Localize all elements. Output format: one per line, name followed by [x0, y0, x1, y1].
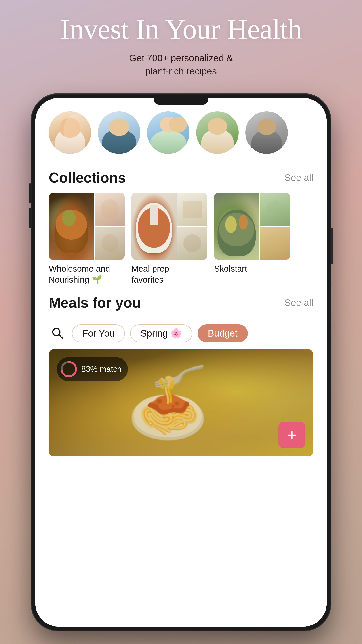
collection-side-top-2 — [177, 193, 207, 226]
match-text: 83% match — [81, 364, 122, 374]
meals-see-all[interactable]: See all — [285, 298, 313, 308]
filter-spring-label: Spring 🌸 — [141, 328, 182, 339]
collection-label-2: Meal prepfavorites — [131, 264, 207, 286]
svg-line-1 — [59, 335, 63, 339]
meals-section: Meals for you See all For You — [35, 290, 327, 456]
collections-see-all[interactable]: See all — [285, 172, 313, 183]
filter-budget-label: Budget — [208, 328, 238, 339]
filter-foryou-label: For You — [82, 328, 115, 339]
collection-card-1[interactable]: Wholesome andNourishing 🌱 — [49, 193, 125, 286]
filter-row: For You Spring 🌸 Budget — [49, 318, 313, 349]
avatar-item-1[interactable] — [49, 111, 91, 154]
avatar-circle-1 — [49, 111, 91, 154]
collection-side-bot-2 — [177, 227, 207, 260]
hero-section: Invest In Your Health Get 700+ personali… — [0, 14, 362, 78]
meals-title: Meals for you — [49, 294, 141, 311]
collection-images-2 — [131, 193, 207, 260]
phone-outer-shell: Collections See all — [31, 94, 331, 630]
collection-images-3 — [214, 193, 290, 260]
avatar-item-3[interactable] — [147, 111, 189, 154]
collection-main-img-2 — [131, 193, 177, 260]
avatar-item-2[interactable] — [98, 111, 140, 154]
collection-side-imgs-1 — [95, 193, 125, 260]
filter-pill-budget[interactable]: Budget — [198, 324, 248, 342]
collections-section: Collections See all — [35, 165, 327, 290]
volume-down-button — [28, 208, 31, 228]
search-icon — [50, 326, 65, 340]
collections-title: Collections — [49, 170, 126, 186]
search-icon-wrap[interactable] — [49, 324, 67, 342]
collection-side-bot-1 — [95, 227, 125, 260]
collections-header: Collections See all — [49, 165, 313, 193]
featured-food-card[interactable]: 83% match + — [49, 349, 313, 456]
meals-header: Meals for you See all — [49, 290, 313, 318]
collection-images-1 — [49, 193, 125, 260]
avatar-item-4[interactable] — [196, 111, 239, 154]
collection-card-3[interactable]: Skolstart — [214, 193, 290, 286]
volume-buttons — [28, 183, 31, 228]
collection-card-2[interactable]: Meal prepfavorites — [131, 193, 207, 286]
filter-pill-spring[interactable]: Spring 🌸 — [130, 324, 192, 342]
collection-side-top-3 — [260, 193, 290, 226]
collection-label-1: Wholesome andNourishing 🌱 — [49, 264, 125, 286]
match-badge: 83% match — [57, 357, 128, 381]
volume-up-button — [28, 183, 31, 204]
match-ring — [60, 360, 78, 378]
collections-row: Wholesome andNourishing 🌱 — [49, 193, 313, 290]
add-icon: + — [287, 427, 297, 443]
phone-mockup: Collections See all — [31, 94, 331, 630]
avatar-circle-2 — [98, 111, 140, 154]
screen-content: Collections See all — [35, 98, 327, 626]
collection-side-bot-3 — [260, 227, 290, 260]
hero-title: Invest In Your Health — [0, 14, 362, 45]
collection-side-top-1 — [95, 193, 125, 226]
hero-subtitle: Get 700+ personalized &plant-rich recipe… — [0, 52, 362, 78]
collection-side-imgs-3 — [260, 193, 290, 260]
phone-screen: Collections See all — [35, 98, 327, 626]
avatar-item-5[interactable] — [245, 111, 288, 154]
avatar-circle-5 — [245, 111, 288, 154]
add-button[interactable]: + — [278, 422, 305, 448]
collection-side-imgs-2 — [177, 193, 207, 260]
match-ring-svg — [60, 360, 78, 378]
collection-label-3: Skolstart — [214, 264, 290, 274]
filter-pill-foryou[interactable]: For You — [72, 324, 125, 342]
avatar-circle-4 — [196, 111, 239, 154]
collection-main-img-3 — [214, 193, 259, 260]
avatar-circle-3 — [147, 111, 189, 154]
collection-main-img-1 — [49, 193, 94, 260]
avatar-row — [35, 98, 327, 165]
